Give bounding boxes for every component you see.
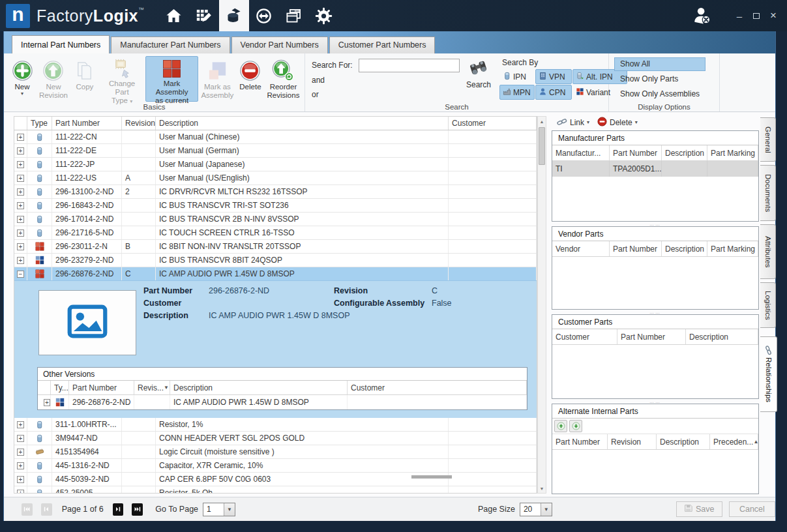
- other-versions-header-customer[interactable]: Customer: [348, 381, 527, 394]
- row-expander[interactable]: +: [17, 161, 24, 168]
- manufacturer-parts-header-manufactur-[interactable]: Manufactur...: [552, 145, 610, 160]
- link-button[interactable]: Link ▾: [554, 116, 592, 130]
- panel-splitter[interactable]: ……: [552, 399, 759, 404]
- delete-button[interactable]: Delete: [237, 56, 264, 102]
- search-input[interactable]: [359, 59, 460, 72]
- first-page-button[interactable]: [22, 503, 33, 516]
- customer-parts-header-part-number[interactable]: Part Number: [617, 329, 686, 344]
- row-expander[interactable]: +: [17, 476, 24, 483]
- move-up-button[interactable]: [554, 420, 567, 432]
- part-row-111-222-US[interactable]: +111-222-USAUser Manual (US/English): [14, 171, 537, 185]
- parts-library-icon[interactable]: [219, 0, 249, 31]
- part-row-3M9447-ND[interactable]: +3M9447-NDCONN HEADER VERT SGL 2POS GOLD: [14, 432, 537, 445]
- scroll-down-arrow[interactable]: ▼: [538, 484, 546, 493]
- side-tab-attributes[interactable]: Attributes: [760, 224, 776, 279]
- alternate-parts-header-part-number[interactable]: Part Number: [552, 434, 608, 449]
- part-row-296-23011-2-N[interactable]: +296-23011-2-NBIC 8BIT NON-INV TRANSLTR …: [14, 240, 537, 254]
- part-image-placeholder[interactable]: [38, 290, 136, 355]
- tab-internal-part-numbers[interactable]: Internal Part Numbers: [12, 35, 110, 53]
- reports-icon[interactable]: [279, 0, 309, 31]
- new-revision-button[interactable]: NewRevision: [37, 56, 70, 102]
- other-versions-header-ty-[interactable]: Ty...: [51, 381, 69, 394]
- row-expander[interactable]: +: [17, 421, 24, 428]
- alternate-parts-header-revision[interactable]: Revision: [608, 434, 657, 449]
- side-tab-documents[interactable]: Documents: [760, 165, 776, 221]
- manufacturer-parts-row-TI[interactable]: TITPA2005D1...: [552, 161, 758, 177]
- settings-icon[interactable]: [309, 0, 339, 31]
- last-page-button[interactable]: [132, 503, 143, 516]
- grid-header-customer[interactable]: Customer: [449, 117, 537, 130]
- save-button[interactable]: Save: [676, 501, 722, 517]
- new-button[interactable]: New▾: [8, 56, 36, 102]
- vendor-parts-header-part-number[interactable]: Part Number: [610, 241, 662, 256]
- vendor-parts-header-vendor[interactable]: Vendor: [552, 241, 610, 256]
- grid-header-part-number[interactable]: Part Number: [52, 117, 122, 130]
- row-expander[interactable]: +: [17, 243, 24, 250]
- search-by-cpn-toggle[interactable]: CPN: [535, 85, 572, 100]
- reorder-revisions-button[interactable]: ReorderRevisions: [265, 56, 301, 102]
- part-row-311-1.00HRTR-...[interactable]: +311-1.00HRTR-...Resistor, 1%: [14, 418, 537, 432]
- cancel-button[interactable]: Cancel: [729, 501, 775, 517]
- grid-header-description[interactable]: Description: [156, 117, 449, 130]
- part-row-296-13100-2-ND[interactable]: +296-13100-2-ND2IC DRVR/RCVR MLTCH RS232…: [14, 185, 537, 199]
- row-expander[interactable]: +: [17, 175, 24, 182]
- scrollbar-thumb[interactable]: [539, 127, 545, 165]
- page-size-select[interactable]: 20 ▼: [520, 503, 552, 516]
- vendor-parts-header-part-marking[interactable]: Part Marking: [707, 241, 758, 256]
- minimize-button[interactable]: –: [731, 0, 748, 31]
- mark-as-assembly-button[interactable]: Mark asAssembly: [200, 56, 235, 102]
- part-row-111-222-DE[interactable]: +111-222-DEUser Manual (German): [14, 144, 537, 158]
- alternate-parts-header-preceden-[interactable]: Preceden... ▲: [710, 434, 758, 449]
- vertical-scrollbar[interactable]: ▲ ▼: [537, 116, 546, 494]
- side-tab-general[interactable]: General: [760, 117, 776, 162]
- manufacturer-parts-header-description[interactable]: Description: [662, 145, 707, 160]
- row-expander[interactable]: +: [17, 449, 24, 456]
- show-all-option[interactable]: Show All: [614, 57, 705, 71]
- tab-manufacturer-part-numbers[interactable]: Manufacturer Part Numbers: [111, 37, 230, 53]
- grid-header-expander[interactable]: [14, 117, 27, 130]
- other-versions-header-expander[interactable]: [38, 381, 51, 394]
- row-expander[interactable]: +: [17, 147, 24, 155]
- user-logout-icon[interactable]: [692, 5, 713, 26]
- vendor-parts-header-description[interactable]: Description: [662, 241, 707, 256]
- unlink-delete-button[interactable]: Delete ▾: [595, 115, 640, 130]
- customer-parts-header-description[interactable]: Description: [686, 329, 758, 344]
- side-tab-relationships[interactable]: Relationships: [760, 336, 777, 412]
- part-row-296-16843-2-ND[interactable]: +296-16843-2-NDIC BUS TRANSCVR TRI-ST SO…: [14, 199, 537, 213]
- show-only-assemblies-option[interactable]: Show Only Assemblies: [614, 87, 705, 101]
- alternate-parts-header-description[interactable]: Description: [657, 434, 710, 449]
- horizontal-scrollbar-thumb[interactable]: [411, 475, 452, 479]
- row-expander[interactable]: +: [17, 257, 24, 264]
- tab-customer-part-numbers[interactable]: Customer Part Numbers: [329, 37, 436, 53]
- search-by-vpn-toggle[interactable]: VPN: [535, 69, 572, 84]
- part-row-111-222-JP[interactable]: +111-222-JPUser Manual (Japanese): [14, 158, 537, 171]
- planner-icon[interactable]: [189, 0, 219, 31]
- mark-assembly-as-current-button[interactable]: Mark Assemblyas current: [145, 56, 198, 102]
- search-button[interactable]: Search: [463, 59, 494, 102]
- show-only-parts-option[interactable]: Show Only Parts: [614, 72, 705, 86]
- move-down-button[interactable]: [569, 420, 582, 432]
- panel-splitter[interactable]: ……: [552, 310, 759, 314]
- manufacturer-parts-header-part-marking[interactable]: Part Marking: [707, 145, 758, 160]
- maximize-button[interactable]: [748, 0, 765, 31]
- row-expander[interactable]: +: [17, 202, 24, 209]
- other-version-row-296-26876-2-ND[interactable]: +296-26876-2-NDIC AMP AUDIO PWR 1.45W D …: [38, 395, 527, 409]
- panel-splitter[interactable]: ……: [552, 222, 759, 226]
- search-by-ipn-toggle[interactable]: IPN: [499, 69, 535, 84]
- part-row-4151354964[interactable]: +4151354964Logic Circuit (moisture sensi…: [14, 445, 537, 459]
- row-expander[interactable]: +: [44, 399, 50, 406]
- part-row-296-26876-2-ND[interactable]: −296-26876-2-NDCIC AMP AUDIO PWR 1.45W D…: [14, 267, 537, 281]
- row-expander[interactable]: +: [17, 229, 24, 237]
- row-expander[interactable]: +: [17, 134, 24, 141]
- previous-page-button[interactable]: [41, 503, 52, 516]
- other-versions-header-description[interactable]: Description: [170, 381, 348, 394]
- row-expander[interactable]: +: [17, 216, 24, 223]
- go-to-page-select[interactable]: 1 ▼: [203, 503, 235, 516]
- tab-vendor-part-numbers[interactable]: Vendor Part Numbers: [231, 37, 328, 53]
- row-expander[interactable]: +: [17, 462, 24, 469]
- transfer-icon[interactable]: [249, 0, 279, 31]
- other-versions-header-revis-[interactable]: Revis... ▼: [134, 381, 170, 394]
- change-part-type-button[interactable]: Change PartType ▾: [100, 56, 144, 102]
- home-icon[interactable]: [159, 0, 189, 31]
- next-page-button[interactable]: [113, 503, 124, 516]
